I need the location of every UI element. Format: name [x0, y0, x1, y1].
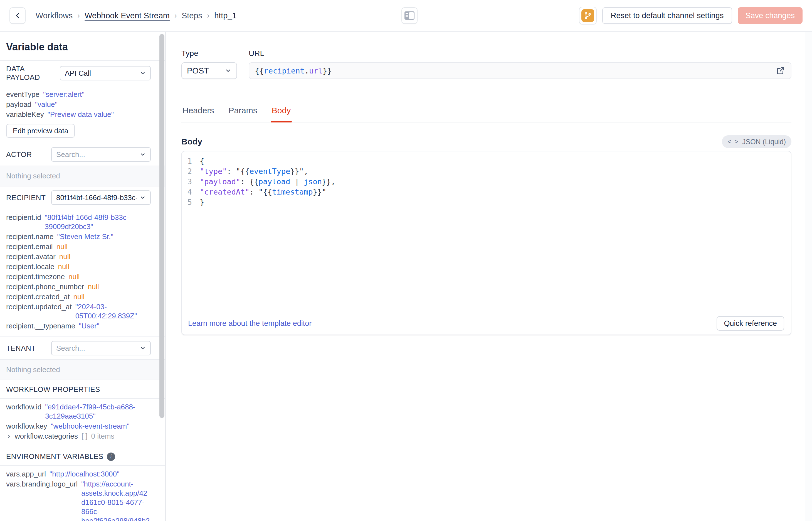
- edit-preview-data-button[interactable]: Edit preview data: [6, 124, 75, 138]
- line-number: 5: [182, 197, 200, 207]
- kv-key: payload: [6, 100, 31, 109]
- external-link-icon[interactable]: [776, 66, 785, 75]
- tenant-label: TENANT: [6, 344, 35, 353]
- actor-search-select[interactable]: Search...: [51, 147, 151, 162]
- kv-key: recipient.updated_at: [6, 302, 72, 321]
- tab-params[interactable]: Params: [227, 106, 258, 122]
- http-method-select[interactable]: POST: [182, 62, 237, 79]
- tenant-empty-state: Nothing selected: [0, 360, 165, 380]
- item-count: 0 items: [91, 432, 115, 441]
- sidebar-title: Variable data: [6, 32, 151, 60]
- workflow-categories-row[interactable]: workflow.categories [ ] 0 items: [6, 432, 151, 441]
- recipient-fields-section: recipient.id "80f1f4bf-166d-48f9-b33c-39…: [0, 209, 165, 337]
- kv-value: "server:alert": [43, 90, 85, 99]
- actor-row: ACTOR Search...: [0, 143, 165, 166]
- kv-key: recipient.email: [6, 242, 53, 251]
- recipient-selected: 80f1f4bf-166d-48f9-b33c-39009df20bc3: [56, 194, 137, 202]
- env-fields-section: vars.app_url "http://localhost:3000" var…: [0, 466, 165, 521]
- sidebar-scrollbar-thumb[interactable]: [160, 34, 164, 418]
- kv-row: vars.app_url "http://localhost:3000": [6, 470, 151, 479]
- caret-right-icon: [6, 434, 12, 439]
- data-payload-selected: API Call: [65, 69, 91, 78]
- kv-key: workflow.categories: [15, 432, 78, 441]
- body-editor-header: Body < > JSON (Liquid): [182, 135, 791, 148]
- body-heading: Body: [182, 137, 202, 146]
- request-tabs: Headers Params Body: [182, 106, 791, 122]
- kv-value: "http://localhost:3000": [49, 470, 119, 479]
- kv-row: recipient.created_at null: [6, 292, 151, 301]
- quick-reference-button[interactable]: Quick reference: [717, 316, 784, 331]
- kv-row: workflow.key "webhook-event-stream": [6, 422, 151, 431]
- kv-key: eventType: [6, 90, 40, 99]
- line-number: 4: [182, 187, 200, 197]
- code-text: "type": "{{eventType}}",: [200, 166, 308, 177]
- kv-key: recipient.id: [6, 213, 41, 231]
- kv-value: "webhook-event-stream": [51, 422, 129, 431]
- kv-key: workflow.id: [6, 403, 42, 421]
- code-line: 4 "createdAt": "{{timestamp}}": [182, 187, 791, 197]
- breadcrumb-separator: ›: [174, 12, 177, 20]
- url-input[interactable]: {{recipient.url}}: [249, 62, 791, 79]
- git-branch-icon: [584, 12, 592, 20]
- code-line: 5 }: [182, 197, 791, 207]
- kv-key: workflow.key: [6, 422, 47, 431]
- line-number: 2: [182, 166, 200, 177]
- recipient-select[interactable]: 80f1f4bf-166d-48f9-b33c-39009df20bc3: [51, 190, 151, 205]
- kv-value: "User": [79, 321, 99, 331]
- breadcrumb-workflows[interactable]: Workflows: [35, 11, 73, 20]
- learn-more-link[interactable]: Learn more about the template editor: [188, 319, 312, 328]
- workflow-properties-header-section: WORKFLOW PROPERTIES: [0, 380, 165, 399]
- kv-value: null: [88, 282, 99, 291]
- kv-value: "e91ddae4-7f99-45cb-a688-3c129aae3105": [45, 403, 151, 421]
- code-icon: < >: [727, 138, 739, 145]
- variable-data-sidebar: Variable data DATA PAYLOAD API Call even…: [0, 32, 166, 521]
- actor-empty-state: Nothing selected: [0, 166, 165, 186]
- kv-key: recipient.avatar: [6, 252, 56, 261]
- back-button[interactable]: [9, 7, 26, 24]
- code-line: 3 "payload": {{payload | json}},: [182, 177, 791, 187]
- editor-footer: Learn more about the template editor Qui…: [182, 312, 791, 335]
- tab-headers[interactable]: Headers: [182, 106, 215, 122]
- kv-key: recipient.phone_number: [6, 282, 84, 291]
- info-icon[interactable]: i: [107, 453, 115, 461]
- panel-left-icon: [404, 12, 414, 20]
- sidebar-title-section: Variable data: [0, 32, 165, 61]
- kv-key: vars.app_url: [6, 470, 46, 479]
- tenant-search-select[interactable]: Search...: [51, 341, 151, 356]
- kv-row: workflow.id "e91ddae4-7f99-45cb-a688-3c1…: [6, 403, 151, 421]
- workflow-fields-section: workflow.id "e91ddae4-7f99-45cb-a688-3c1…: [0, 399, 165, 447]
- sidebar-toggle-button[interactable]: [401, 7, 417, 24]
- payload-fields-section: eventType "server:alert" payload "value"…: [0, 86, 165, 143]
- breadcrumb-workflow-name[interactable]: Webhook Event Stream: [85, 11, 170, 20]
- recipient-label: RECIPIENT: [6, 194, 46, 202]
- payload-fields-list: eventType "server:alert" payload "value"…: [6, 90, 151, 119]
- line-number: 1: [182, 156, 200, 166]
- chevron-down-icon: [140, 195, 146, 201]
- kv-row: recipient.avatar null: [6, 252, 151, 261]
- kv-key: recipient.created_at: [6, 292, 70, 301]
- code-editor[interactable]: 1 { 2 "type": "{{eventType}}", 3 "payloa…: [182, 152, 791, 312]
- data-payload-label: DATA PAYLOAD: [6, 65, 60, 82]
- kv-row: recipient.email null: [6, 242, 151, 251]
- save-changes-button[interactable]: Save changes: [738, 7, 803, 24]
- code-text: "createdAt": "{{timestamp}}": [200, 187, 326, 197]
- kv-value: "80f1f4bf-166d-48f9-b33c-39009df20bc3": [45, 213, 151, 231]
- kv-key: recipient.name: [6, 232, 54, 241]
- kv-row: recipient.phone_number null: [6, 282, 151, 291]
- actor-label: ACTOR: [6, 150, 32, 159]
- chevron-left-icon: [13, 12, 22, 20]
- kv-value: "https://account-assets.knock.app/42d161…: [81, 479, 151, 521]
- template-editor: 1 { 2 "type": "{{eventType}}", 3 "payloa…: [182, 151, 791, 335]
- breadcrumb-steps[interactable]: Steps: [182, 11, 202, 20]
- recipient-row: RECIPIENT 80f1f4bf-166d-48f9-b33c-39009d…: [0, 186, 165, 209]
- data-payload-select[interactable]: API Call: [60, 66, 151, 81]
- kv-row: recipient.__typename "User": [6, 321, 151, 331]
- tab-body[interactable]: Body: [271, 106, 292, 122]
- line-number: 3: [182, 177, 200, 187]
- chevron-down-icon: [140, 70, 146, 76]
- commit-changes-button[interactable]: [579, 7, 597, 24]
- kv-row: recipient.name "Steven Metz Sr.": [6, 232, 151, 241]
- reset-channel-settings-button[interactable]: Reset to default channel settings: [602, 7, 732, 24]
- main-scroll-gutter[interactable]: [805, 32, 812, 521]
- language-badge: < > JSON (Liquid): [722, 135, 791, 148]
